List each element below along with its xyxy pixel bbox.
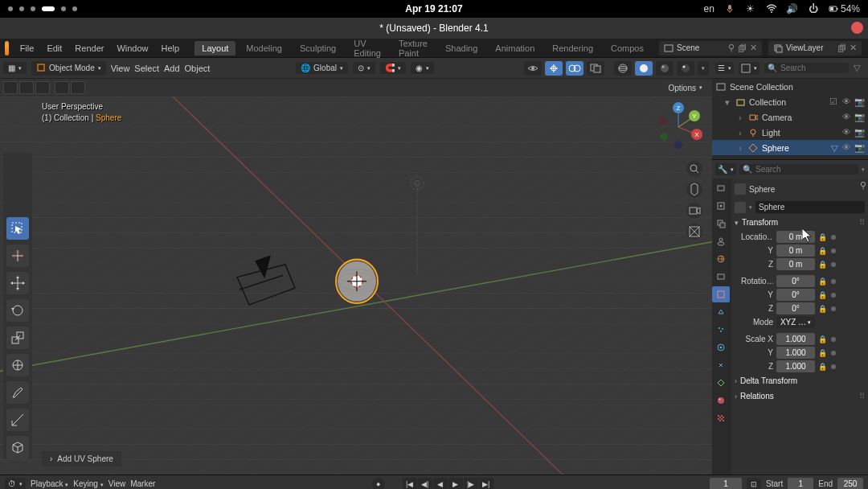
properties-editor-type[interactable]: 🔧▾ [715, 163, 736, 175]
keyframe-dot[interactable] [831, 293, 836, 298]
eye-icon[interactable]: 👁 [841, 142, 852, 153]
scene-name-input[interactable] [677, 43, 725, 52]
keyboard-lang[interactable]: en [704, 3, 714, 14]
workspace-tab-compositing[interactable]: Compos [604, 41, 651, 55]
new-layer-icon[interactable]: 🗐 [837, 43, 846, 53]
brightness-icon[interactable]: ☀ [745, 3, 756, 14]
location-y-input[interactable]: 0 m [776, 244, 815, 257]
battery-indicator[interactable]: 54% [829, 3, 860, 14]
tab-object[interactable] [712, 286, 730, 302]
properties-options-icon[interactable]: ▾ [862, 166, 865, 173]
transform-panel-header[interactable]: ▾Transform⠿ [735, 215, 865, 230]
keyframe-dot[interactable] [831, 279, 836, 284]
disclosure-icon[interactable]: ▾ [723, 97, 731, 107]
mic-icon[interactable] [724, 3, 735, 14]
lock-icon[interactable]: 🔒 [818, 291, 828, 299]
cursor-tool[interactable] [6, 244, 29, 267]
outliner-row-light[interactable]: › Light 👁📷 [712, 125, 868, 140]
outliner-display-mode[interactable]: ▾ [739, 62, 760, 75]
rotate-tool[interactable] [6, 299, 29, 322]
keyframe-dot[interactable] [831, 249, 836, 253]
playback-menu[interactable]: Playback ▾ [31, 479, 68, 488]
play-reverse-button[interactable]: ◀ [433, 478, 448, 490]
camera-restrict-icon[interactable]: 📷 [854, 142, 865, 153]
keyframe-dot[interactable] [831, 364, 836, 369]
current-frame-input[interactable]: 1 [710, 478, 742, 490]
tab-scene[interactable] [712, 233, 730, 249]
jump-start-button[interactable]: |◀ [403, 478, 417, 490]
rotation-mode-select[interactable]: XYZ …▾ [776, 316, 815, 328]
lock-icon[interactable]: 🔒 [818, 277, 828, 286]
tab-particles[interactable] [712, 322, 730, 338]
keyframe-dot[interactable] [831, 351, 836, 355]
workspace-tab-sculpting[interactable]: Sculpting [293, 41, 343, 55]
lock-icon[interactable]: 🔒 [818, 349, 828, 357]
visibility-toggle[interactable] [524, 61, 542, 76]
start-frame-input[interactable]: 1 [788, 478, 813, 490]
workspace-tab-rendering[interactable]: Rendering [545, 41, 600, 55]
delete-layer-icon[interactable]: ✕ [850, 43, 857, 53]
workspace-tab-layout[interactable]: Layout [194, 41, 235, 55]
keyframe-dot[interactable] [831, 235, 836, 240]
tab-physics[interactable] [712, 339, 730, 355]
scale-z-input[interactable]: 1.000 [776, 360, 815, 372]
tab-constraints[interactable] [712, 357, 730, 373]
wifi-icon[interactable] [766, 3, 777, 14]
rotation-y-input[interactable]: 0° [776, 289, 815, 301]
selbox-5[interactable] [71, 81, 85, 94]
scale-x-input[interactable]: 1.000 [776, 333, 815, 345]
camera-restrict-icon[interactable]: 📷 [854, 97, 865, 107]
eye-icon[interactable]: 👁 [841, 112, 852, 122]
annotate-tool[interactable] [6, 381, 29, 404]
camera-restrict-icon[interactable]: 📷 [854, 112, 865, 122]
scale-y-input[interactable]: 1.000 [776, 347, 815, 359]
selbox-3[interactable] [35, 81, 50, 94]
snap-toggle[interactable]: 🧲▾ [380, 62, 406, 74]
zoom-gizmo-icon[interactable] [686, 161, 702, 177]
orientation-selector[interactable]: 🌐Global▾ [296, 62, 348, 74]
menu-file[interactable]: File [15, 42, 39, 55]
outliner-editor-type[interactable]: ☰▾ [715, 62, 734, 74]
operator-panel[interactable]: › Add UV Sphere [42, 451, 121, 466]
tab-output[interactable] [712, 198, 730, 214]
solid-shading[interactable] [635, 61, 653, 76]
select-box-tool[interactable] [6, 217, 29, 240]
delete-scene-icon[interactable]: ✕ [750, 43, 757, 53]
tab-render[interactable] [712, 180, 730, 196]
tab-collection[interactable] [712, 269, 730, 285]
jump-end-button[interactable]: ▶| [479, 478, 493, 490]
outliner-filter-icon[interactable]: ▽ [854, 63, 865, 73]
eye-icon[interactable]: 👁 [841, 127, 852, 138]
keyframe-next-button[interactable]: |▶ [464, 478, 478, 490]
volume-icon[interactable]: 🔊 [787, 3, 798, 14]
outliner-row-camera[interactable]: › Camera 👁📷 [712, 109, 868, 125]
keyframe-dot[interactable] [831, 306, 836, 311]
marker-menu[interactable]: Marker [130, 479, 155, 488]
close-icon[interactable] [851, 22, 863, 34]
play-button[interactable]: ▶ [448, 478, 463, 490]
blender-logo-icon[interactable] [5, 41, 9, 55]
viewport-options[interactable]: Options▾ [662, 81, 709, 95]
selbox-2[interactable] [19, 81, 34, 94]
vp-menu-view[interactable]: View [111, 64, 130, 73]
eye-icon[interactable]: 👁 [841, 97, 852, 107]
outliner-row-scene[interactable]: Scene Collection [712, 79, 868, 94]
system-datetime[interactable]: Apr 19 21:07 [405, 3, 462, 14]
disclosure-icon[interactable]: › [736, 113, 744, 122]
keying-menu[interactable]: Keying ▾ [73, 479, 103, 488]
keyframe-prev-button[interactable]: ◀| [418, 478, 432, 490]
matprev-shading[interactable] [656, 61, 674, 76]
measure-tool[interactable] [6, 409, 29, 431]
selbox-4[interactable] [55, 81, 69, 94]
timeline-editor-type[interactable]: ⏱▾ [5, 478, 26, 489]
autokey-toggle[interactable]: ● [372, 478, 385, 490]
lock-icon[interactable]: 🔒 [818, 363, 828, 371]
outliner-row-collection[interactable]: ▾ Collection ☑👁📷 [712, 94, 868, 109]
editor-type-selector[interactable]: ▦▾ [3, 62, 27, 74]
lock-icon[interactable]: 🔒 [818, 335, 828, 343]
keyframe-dot[interactable] [831, 262, 836, 267]
3d-viewport[interactable]: User Perspective (1) Collection | Sphere… [0, 97, 712, 475]
pan-gizmo-icon[interactable] [686, 182, 702, 198]
properties-search[interactable]: 🔍 [739, 164, 858, 175]
selbox-1[interactable] [3, 81, 18, 94]
